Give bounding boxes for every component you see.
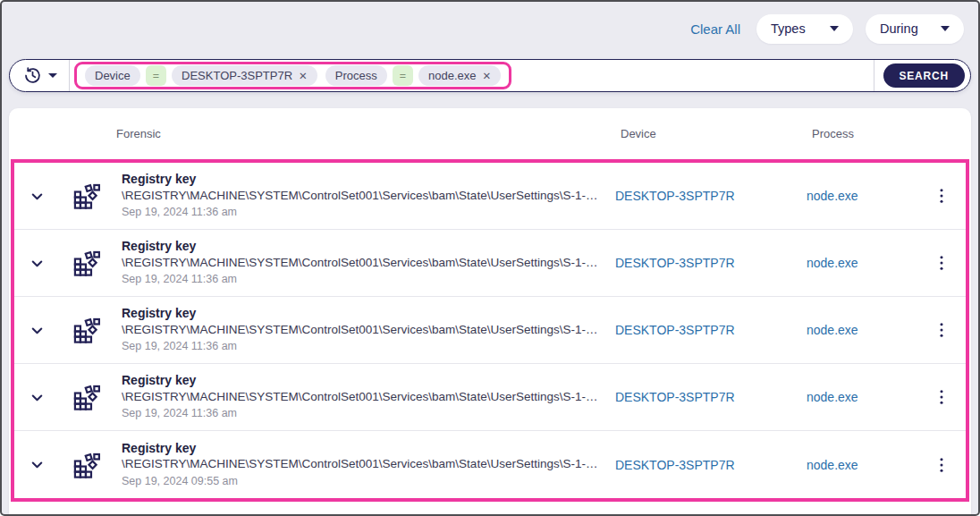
registry-key-icon [72, 249, 102, 277]
forensic-cell: Registry key \REGISTRY\MACHINE\SYSTEM\Co… [114, 305, 603, 355]
chevron-down-icon [830, 26, 839, 31]
table-rows-highlight-box: Registry key \REGISTRY\MACHINE\SYSTEM\Co… [11, 159, 969, 502]
forensic-timestamp: Sep 19, 2024 09:55 am [122, 473, 603, 490]
remove-filter-icon[interactable]: ✕ [299, 70, 308, 82]
chevron-down-icon [941, 26, 950, 31]
during-dropdown-label: During [880, 21, 918, 36]
forensic-type: Registry key [122, 440, 603, 457]
registry-key-icon [72, 316, 102, 344]
forensic-timestamp: Sep 19, 2024 11:36 am [122, 405, 603, 422]
forensic-path: \REGISTRY\MACHINE\SYSTEM\ControlSet001\S… [122, 389, 603, 405]
registry-key-icon [72, 182, 102, 210]
search-button[interactable]: SEARCH [883, 63, 965, 88]
forensic-path: \REGISTRY\MACHINE\SYSTEM\ControlSet001\S… [122, 188, 603, 204]
table-row[interactable]: Registry key \REGISTRY\MACHINE\SYSTEM\Co… [14, 297, 966, 364]
divider [69, 60, 70, 91]
filter-value-text: DESKTOP-3SPTP7R [182, 69, 292, 82]
filter-toolbar: Clear All Types During [2, 2, 978, 55]
registry-key-icon [72, 383, 102, 411]
forensic-type: Registry key [122, 305, 603, 322]
column-header-device: Device [608, 127, 798, 140]
results-card: Forensic Device Process [9, 108, 971, 515]
device-link[interactable]: DESKTOP-3SPTP7R [615, 189, 735, 203]
device-link[interactable]: DESKTOP-3SPTP7R [615, 390, 735, 404]
filter-chips-highlight-box: Device = DESKTOP-3SPTP7R ✕ Process = nod… [74, 62, 511, 89]
forensic-cell: Registry key \REGISTRY\MACHINE\SYSTEM\Co… [114, 238, 603, 288]
types-dropdown-label: Types [771, 21, 806, 36]
types-dropdown[interactable]: Types [756, 14, 853, 44]
kebab-menu-icon[interactable] [934, 457, 949, 473]
forensic-type: Registry key [122, 372, 603, 389]
kebab-menu-icon[interactable] [934, 322, 949, 338]
remove-filter-icon[interactable]: ✕ [483, 70, 492, 82]
forensic-type: Registry key [122, 238, 603, 255]
kebab-menu-icon[interactable] [934, 389, 949, 405]
table-header: Forensic Device Process [9, 108, 971, 159]
process-link[interactable]: node.exe [807, 256, 858, 270]
table-row[interactable]: Registry key \REGISTRY\MACHINE\SYSTEM\Co… [14, 230, 966, 297]
table-row[interactable]: Registry key \REGISTRY\MACHINE\SYSTEM\Co… [14, 431, 966, 498]
expand-row-chevron-icon[interactable] [29, 456, 46, 473]
filter-value-chip[interactable]: DESKTOP-3SPTP7R ✕ [172, 65, 317, 86]
chevron-down-icon [48, 73, 57, 78]
expand-row-chevron-icon[interactable] [29, 255, 46, 272]
expand-row-chevron-icon[interactable] [29, 389, 46, 406]
history-clock-icon [23, 66, 42, 85]
column-header-forensic: Forensic [109, 127, 608, 140]
search-bar-row: Device = DESKTOP-3SPTP7R ✕ Process = nod… [2, 55, 978, 92]
filter-chip-group: Device = DESKTOP-3SPTP7R ✕ [85, 65, 317, 86]
clear-all-link[interactable]: Clear All [690, 21, 740, 37]
search-history-dropdown[interactable] [10, 66, 69, 85]
process-link[interactable]: node.exe [807, 189, 858, 203]
forensic-path: \REGISTRY\MACHINE\SYSTEM\ControlSet001\S… [122, 255, 603, 271]
table-row[interactable]: Registry key \REGISTRY\MACHINE\SYSTEM\Co… [14, 364, 966, 431]
filter-chip-group: Process = node.exe ✕ [325, 65, 501, 86]
process-link[interactable]: node.exe [807, 390, 858, 404]
forensic-cell: Registry key \REGISTRY\MACHINE\SYSTEM\Co… [114, 171, 603, 221]
kebab-menu-icon[interactable] [934, 188, 949, 204]
forensic-timestamp: Sep 19, 2024 11:36 am [122, 338, 603, 355]
registry-key-icon [72, 451, 102, 479]
expand-row-chevron-icon[interactable] [29, 188, 46, 205]
process-link[interactable]: node.exe [807, 458, 858, 472]
filter-value-chip[interactable]: node.exe ✕ [418, 65, 501, 86]
forensic-timestamp: Sep 19, 2024 11:36 am [122, 204, 603, 221]
column-header-process: Process [798, 127, 923, 140]
table-row[interactable]: Registry key \REGISTRY\MACHINE\SYSTEM\Co… [14, 163, 966, 230]
filter-value-text: node.exe [428, 69, 477, 82]
app-frame: Clear All Types During [0, 0, 980, 516]
forensic-timestamp: Sep 19, 2024 11:36 am [122, 271, 603, 288]
during-dropdown[interactable]: During [866, 14, 964, 44]
search-button-area: SEARCH [874, 60, 970, 91]
filter-operator-chip[interactable]: = [393, 65, 413, 86]
device-link[interactable]: DESKTOP-3SPTP7R [615, 323, 735, 337]
kebab-menu-icon[interactable] [934, 255, 949, 271]
search-bar[interactable]: Device = DESKTOP-3SPTP7R ✕ Process = nod… [9, 59, 971, 92]
forensic-cell: Registry key \REGISTRY\MACHINE\SYSTEM\Co… [114, 440, 603, 490]
forensic-path: \REGISTRY\MACHINE\SYSTEM\ControlSet001\S… [122, 322, 603, 338]
expand-row-chevron-icon[interactable] [29, 322, 46, 339]
filter-field-chip[interactable]: Device [85, 65, 140, 86]
filter-field-chip[interactable]: Process [325, 65, 387, 86]
forensic-type: Registry key [122, 171, 603, 188]
forensic-path: \REGISTRY\MACHINE\SYSTEM\ControlSet001\S… [122, 456, 603, 472]
process-link[interactable]: node.exe [807, 323, 858, 337]
filter-operator-chip[interactable]: = [146, 65, 166, 86]
device-link[interactable]: DESKTOP-3SPTP7R [615, 458, 735, 472]
forensic-cell: Registry key \REGISTRY\MACHINE\SYSTEM\Co… [114, 372, 603, 422]
device-link[interactable]: DESKTOP-3SPTP7R [615, 256, 735, 270]
